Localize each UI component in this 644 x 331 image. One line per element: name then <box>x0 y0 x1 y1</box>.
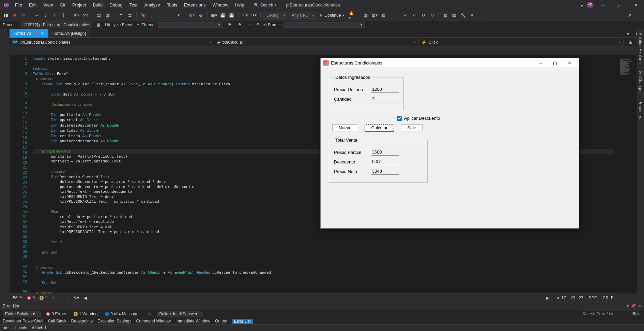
line-endings[interactable]: CRLF <box>603 296 613 300</box>
bookmark-clear-icon[interactable]: ⬚ <box>166 12 173 19</box>
undo-icon[interactable]: ↶▾ <box>241 12 249 19</box>
tool-tab[interactable]: Output <box>215 319 227 324</box>
layer-icon[interactable]: ▣▾ <box>210 12 218 19</box>
nav-down-icon[interactable]: ↓ <box>59 296 61 300</box>
grid-icon[interactable]: ▦ <box>380 12 387 19</box>
hot-reload-icon[interactable]: 🔥▾ <box>349 12 356 19</box>
bookmark-next-icon[interactable]: ⬚ <box>157 12 165 19</box>
warnings-filter[interactable]: !1 Warning <box>72 311 99 317</box>
flag-icon[interactable]: ⚑ <box>226 21 233 29</box>
tool-tab-errorlist[interactable]: Error List <box>232 319 253 324</box>
window-layout1-icon[interactable]: ▤ <box>95 12 103 19</box>
tool5-icon[interactable]: ↻ <box>428 12 436 19</box>
bookmark-prev-icon[interactable]: ⬚ <box>148 12 156 19</box>
lifecycle-icon[interactable]: ▦ <box>95 21 102 29</box>
notification-warning-icon[interactable]: ▲ <box>580 3 584 8</box>
pencil-icon[interactable]: ✎▾ <box>74 296 79 300</box>
menu-view[interactable]: View <box>40 1 56 9</box>
panel-pin-icon[interactable]: 📌 <box>631 304 636 308</box>
window-minimize-icon[interactable]: ─ <box>596 0 610 10</box>
menu-file[interactable]: File <box>12 1 26 9</box>
messages-filter[interactable]: i0 of 4 Messages <box>103 311 142 317</box>
watch-tab[interactable]: Watch 1 <box>32 326 47 330</box>
menu-git[interactable]: Git <box>56 1 69 9</box>
user-avatar[interactable]: YR <box>587 2 594 9</box>
tool1-icon[interactable]: ⬚ <box>393 12 400 19</box>
stackframe-dropdown[interactable]: ▾ <box>283 22 365 28</box>
zoom-level[interactable]: 56 % <box>13 296 22 300</box>
browser-icon[interactable]: ▦ <box>362 12 369 19</box>
settings-icon[interactable]: 🔧 <box>459 12 467 19</box>
menu-project[interactable]: Project <box>69 1 89 9</box>
more-icon[interactable]: ▾ <box>468 12 476 19</box>
thread-dropdown[interactable]: ▾ <box>158 22 223 28</box>
flag3-icon[interactable]: ⋯ <box>246 21 254 29</box>
scroll-right-icon[interactable]: ▶ <box>546 296 549 300</box>
properties-tab[interactable]: Properties <box>637 97 643 123</box>
diag1-icon[interactable]: ▦ <box>442 12 449 19</box>
window-maximize-icon[interactable]: ▢ <box>613 0 626 10</box>
split-icon[interactable]: ⊞ <box>624 39 637 46</box>
diag2-icon[interactable]: ▦ <box>450 12 458 19</box>
bookmark-icon[interactable]: 🔖 <box>139 12 147 19</box>
editor-minimap[interactable] <box>617 55 637 293</box>
clear-filter[interactable]: ⊘ <box>146 311 153 317</box>
active-files-dropdown-icon[interactable]: ▾ <box>624 30 632 38</box>
scroll-left-icon[interactable]: ◀ <box>84 296 87 300</box>
menu-analyze[interactable]: Analyze <box>141 1 163 9</box>
step-into-icon[interactable]: ↓ <box>42 12 49 19</box>
pause-icon[interactable]: ▮▮ <box>2 12 10 19</box>
menu-debug[interactable]: Debug <box>106 1 126 9</box>
format2-icon[interactable]: ≣ <box>126 12 134 19</box>
live-icon[interactable]: ▦▾ <box>371 12 378 19</box>
global-search[interactable]: 🔍 Search ▾ <box>251 2 279 8</box>
window-close-icon[interactable]: ✕ <box>629 0 643 10</box>
locals-tab[interactable]: Locals <box>15 326 27 330</box>
error-count[interactable]: ✕0 <box>27 296 35 300</box>
redo-icon[interactable]: ↷▾ <box>250 12 258 19</box>
error-search-input[interactable]: Search Error List🔍▾ <box>580 311 641 317</box>
step-out-icon[interactable]: ↑ <box>51 12 58 19</box>
hex-icon[interactable]: hex <box>73 12 80 19</box>
precio-input[interactable] <box>371 86 399 93</box>
nuevo-button[interactable]: Nuevo <box>332 124 358 131</box>
extension-icon[interactable]: ⊕▾ <box>188 12 196 19</box>
tool-tab[interactable]: Call Stack <box>48 319 66 324</box>
panel-dropdown-icon[interactable]: ▾ <box>627 304 629 308</box>
warning-count[interactable]: !1 <box>40 296 47 300</box>
autos-tab[interactable]: utos <box>3 326 11 330</box>
indentation-mode[interactable]: SPC <box>589 296 597 300</box>
app-maximize-icon[interactable]: ▢ <box>548 59 562 67</box>
calcular-button[interactable]: Calcular <box>365 124 394 131</box>
descuento-output[interactable] <box>371 158 399 165</box>
menu-extensions[interactable]: Extensions <box>181 1 209 9</box>
bookmark-drop-icon[interactable]: ▾ <box>175 12 182 19</box>
aplicar-descuento-checkbox[interactable] <box>397 116 402 121</box>
restart-icon[interactable]: ↻ <box>20 12 27 19</box>
left-dock-tab[interactable]: Data <box>1 33 6 314</box>
tab-form1-design[interactable]: Form1.vb [Design] <box>48 29 90 38</box>
format-icon[interactable]: ≡ <box>117 12 125 19</box>
menu-tools[interactable]: Tools <box>164 1 181 9</box>
window-layout2-icon[interactable]: ▦ <box>104 12 111 19</box>
tool4-icon[interactable]: ↻ <box>419 12 427 19</box>
live-share-icon[interactable]: ⬚ <box>634 12 642 19</box>
parcial-output[interactable] <box>371 149 399 156</box>
flag2-icon[interactable]: ⚑ <box>236 21 244 29</box>
overflow2-icon[interactable]: ⋮ <box>368 21 375 29</box>
tool-tab[interactable]: Breakpoints <box>71 319 93 324</box>
salir-button[interactable]: Salir <box>401 124 423 131</box>
platform-dropdown[interactable]: Any CPU▾ <box>289 12 316 19</box>
process-dropdown[interactable]: [10972] prEstructurasCondicionale▾ <box>21 21 92 28</box>
menu-test[interactable]: Test <box>126 1 141 9</box>
member-dropdown[interactable]: ◉ btnCalcular▾ <box>214 39 419 46</box>
continue-button[interactable]: Continue▾ <box>317 12 347 18</box>
add-icon[interactable]: ⊕ <box>197 12 204 19</box>
panel-close-icon[interactable]: ✕ <box>638 304 641 308</box>
menu-build[interactable]: Build <box>89 1 106 9</box>
tool-tab[interactable]: Command Window <box>136 319 171 324</box>
step-over-icon[interactable]: → <box>33 12 41 19</box>
scope-dropdown[interactable]: Entire Solution ▾ <box>3 311 41 317</box>
menu-help[interactable]: Help <box>232 1 248 9</box>
stop-icon[interactable]: ■ <box>11 12 18 19</box>
